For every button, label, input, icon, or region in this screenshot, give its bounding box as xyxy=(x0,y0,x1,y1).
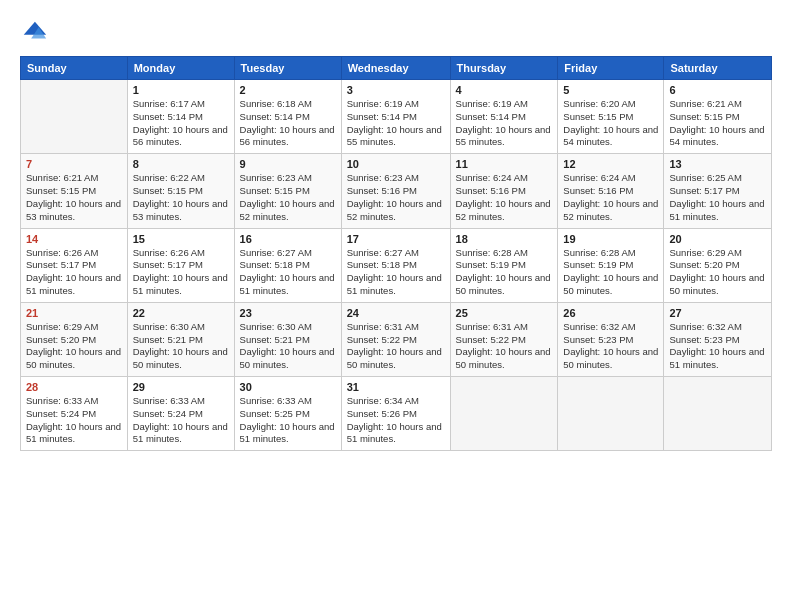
day-number: 1 xyxy=(133,84,229,96)
day-number: 4 xyxy=(456,84,553,96)
day-number: 26 xyxy=(563,307,658,319)
calendar-cell: 31Sunrise: 6:34 AM Sunset: 5:26 PM Dayli… xyxy=(341,377,450,451)
day-info: Sunrise: 6:29 AM Sunset: 5:20 PM Dayligh… xyxy=(26,321,122,372)
day-info: Sunrise: 6:17 AM Sunset: 5:14 PM Dayligh… xyxy=(133,98,229,149)
day-number: 23 xyxy=(240,307,336,319)
day-info: Sunrise: 6:22 AM Sunset: 5:15 PM Dayligh… xyxy=(133,172,229,223)
day-number: 21 xyxy=(26,307,122,319)
day-number: 31 xyxy=(347,381,445,393)
day-info: Sunrise: 6:32 AM Sunset: 5:23 PM Dayligh… xyxy=(669,321,766,372)
calendar-cell: 15Sunrise: 6:26 AM Sunset: 5:17 PM Dayli… xyxy=(127,228,234,302)
day-info: Sunrise: 6:31 AM Sunset: 5:22 PM Dayligh… xyxy=(456,321,553,372)
day-number: 6 xyxy=(669,84,766,96)
day-number: 24 xyxy=(347,307,445,319)
day-info: Sunrise: 6:24 AM Sunset: 5:16 PM Dayligh… xyxy=(563,172,658,223)
day-info: Sunrise: 6:21 AM Sunset: 5:15 PM Dayligh… xyxy=(669,98,766,149)
day-number: 25 xyxy=(456,307,553,319)
day-info: Sunrise: 6:23 AM Sunset: 5:15 PM Dayligh… xyxy=(240,172,336,223)
day-info: Sunrise: 6:23 AM Sunset: 5:16 PM Dayligh… xyxy=(347,172,445,223)
calendar-cell: 16Sunrise: 6:27 AM Sunset: 5:18 PM Dayli… xyxy=(234,228,341,302)
calendar-cell: 2Sunrise: 6:18 AM Sunset: 5:14 PM Daylig… xyxy=(234,80,341,154)
day-number: 15 xyxy=(133,233,229,245)
day-number: 14 xyxy=(26,233,122,245)
day-info: Sunrise: 6:21 AM Sunset: 5:15 PM Dayligh… xyxy=(26,172,122,223)
calendar-cell: 1Sunrise: 6:17 AM Sunset: 5:14 PM Daylig… xyxy=(127,80,234,154)
day-number: 19 xyxy=(563,233,658,245)
calendar-cell: 23Sunrise: 6:30 AM Sunset: 5:21 PM Dayli… xyxy=(234,302,341,376)
calendar-cell: 24Sunrise: 6:31 AM Sunset: 5:22 PM Dayli… xyxy=(341,302,450,376)
calendar-cell: 29Sunrise: 6:33 AM Sunset: 5:24 PM Dayli… xyxy=(127,377,234,451)
calendar-cell: 19Sunrise: 6:28 AM Sunset: 5:19 PM Dayli… xyxy=(558,228,664,302)
calendar-cell: 7Sunrise: 6:21 AM Sunset: 5:15 PM Daylig… xyxy=(21,154,128,228)
day-number: 12 xyxy=(563,158,658,170)
calendar-cell: 13Sunrise: 6:25 AM Sunset: 5:17 PM Dayli… xyxy=(664,154,772,228)
calendar-cell: 22Sunrise: 6:30 AM Sunset: 5:21 PM Dayli… xyxy=(127,302,234,376)
weekday-header-cell: Tuesday xyxy=(234,57,341,80)
day-info: Sunrise: 6:32 AM Sunset: 5:23 PM Dayligh… xyxy=(563,321,658,372)
day-number: 17 xyxy=(347,233,445,245)
weekday-header-cell: Saturday xyxy=(664,57,772,80)
day-number: 28 xyxy=(26,381,122,393)
calendar-cell: 6Sunrise: 6:21 AM Sunset: 5:15 PM Daylig… xyxy=(664,80,772,154)
calendar-cell: 4Sunrise: 6:19 AM Sunset: 5:14 PM Daylig… xyxy=(450,80,558,154)
weekday-header-cell: Wednesday xyxy=(341,57,450,80)
calendar-cell: 18Sunrise: 6:28 AM Sunset: 5:19 PM Dayli… xyxy=(450,228,558,302)
day-info: Sunrise: 6:33 AM Sunset: 5:25 PM Dayligh… xyxy=(240,395,336,446)
day-info: Sunrise: 6:34 AM Sunset: 5:26 PM Dayligh… xyxy=(347,395,445,446)
day-number: 11 xyxy=(456,158,553,170)
day-info: Sunrise: 6:30 AM Sunset: 5:21 PM Dayligh… xyxy=(133,321,229,372)
day-number: 13 xyxy=(669,158,766,170)
calendar-cell: 27Sunrise: 6:32 AM Sunset: 5:23 PM Dayli… xyxy=(664,302,772,376)
day-number: 27 xyxy=(669,307,766,319)
calendar-cell: 17Sunrise: 6:27 AM Sunset: 5:18 PM Dayli… xyxy=(341,228,450,302)
weekday-header-cell: Sunday xyxy=(21,57,128,80)
day-info: Sunrise: 6:19 AM Sunset: 5:14 PM Dayligh… xyxy=(347,98,445,149)
day-number: 20 xyxy=(669,233,766,245)
day-info: Sunrise: 6:18 AM Sunset: 5:14 PM Dayligh… xyxy=(240,98,336,149)
calendar-cell xyxy=(664,377,772,451)
calendar-cell: 28Sunrise: 6:33 AM Sunset: 5:24 PM Dayli… xyxy=(21,377,128,451)
day-info: Sunrise: 6:31 AM Sunset: 5:22 PM Dayligh… xyxy=(347,321,445,372)
weekday-header-cell: Monday xyxy=(127,57,234,80)
logo-icon xyxy=(20,18,48,46)
day-info: Sunrise: 6:30 AM Sunset: 5:21 PM Dayligh… xyxy=(240,321,336,372)
day-info: Sunrise: 6:19 AM Sunset: 5:14 PM Dayligh… xyxy=(456,98,553,149)
day-info: Sunrise: 6:29 AM Sunset: 5:20 PM Dayligh… xyxy=(669,247,766,298)
day-number: 10 xyxy=(347,158,445,170)
day-info: Sunrise: 6:24 AM Sunset: 5:16 PM Dayligh… xyxy=(456,172,553,223)
day-number: 5 xyxy=(563,84,658,96)
calendar-cell: 12Sunrise: 6:24 AM Sunset: 5:16 PM Dayli… xyxy=(558,154,664,228)
page: SundayMondayTuesdayWednesdayThursdayFrid… xyxy=(0,0,792,612)
svg-marker-0 xyxy=(24,22,46,35)
calendar-cell: 11Sunrise: 6:24 AM Sunset: 5:16 PM Dayli… xyxy=(450,154,558,228)
calendar-cell: 10Sunrise: 6:23 AM Sunset: 5:16 PM Dayli… xyxy=(341,154,450,228)
day-info: Sunrise: 6:26 AM Sunset: 5:17 PM Dayligh… xyxy=(26,247,122,298)
weekday-header-cell: Thursday xyxy=(450,57,558,80)
calendar-cell: 26Sunrise: 6:32 AM Sunset: 5:23 PM Dayli… xyxy=(558,302,664,376)
day-number: 16 xyxy=(240,233,336,245)
day-number: 3 xyxy=(347,84,445,96)
calendar-cell: 30Sunrise: 6:33 AM Sunset: 5:25 PM Dayli… xyxy=(234,377,341,451)
calendar-cell: 8Sunrise: 6:22 AM Sunset: 5:15 PM Daylig… xyxy=(127,154,234,228)
calendar-cell: 21Sunrise: 6:29 AM Sunset: 5:20 PM Dayli… xyxy=(21,302,128,376)
day-number: 8 xyxy=(133,158,229,170)
day-number: 2 xyxy=(240,84,336,96)
day-info: Sunrise: 6:26 AM Sunset: 5:17 PM Dayligh… xyxy=(133,247,229,298)
logo xyxy=(20,18,52,46)
day-number: 22 xyxy=(133,307,229,319)
day-info: Sunrise: 6:25 AM Sunset: 5:17 PM Dayligh… xyxy=(669,172,766,223)
day-number: 29 xyxy=(133,381,229,393)
calendar-cell xyxy=(450,377,558,451)
day-info: Sunrise: 6:28 AM Sunset: 5:19 PM Dayligh… xyxy=(456,247,553,298)
calendar-cell: 20Sunrise: 6:29 AM Sunset: 5:20 PM Dayli… xyxy=(664,228,772,302)
calendar-cell: 14Sunrise: 6:26 AM Sunset: 5:17 PM Dayli… xyxy=(21,228,128,302)
day-number: 18 xyxy=(456,233,553,245)
day-info: Sunrise: 6:20 AM Sunset: 5:15 PM Dayligh… xyxy=(563,98,658,149)
calendar-cell: 3Sunrise: 6:19 AM Sunset: 5:14 PM Daylig… xyxy=(341,80,450,154)
day-info: Sunrise: 6:28 AM Sunset: 5:19 PM Dayligh… xyxy=(563,247,658,298)
calendar-cell: 9Sunrise: 6:23 AM Sunset: 5:15 PM Daylig… xyxy=(234,154,341,228)
day-info: Sunrise: 6:27 AM Sunset: 5:18 PM Dayligh… xyxy=(240,247,336,298)
day-number: 7 xyxy=(26,158,122,170)
calendar: SundayMondayTuesdayWednesdayThursdayFrid… xyxy=(20,56,772,451)
day-info: Sunrise: 6:33 AM Sunset: 5:24 PM Dayligh… xyxy=(26,395,122,446)
